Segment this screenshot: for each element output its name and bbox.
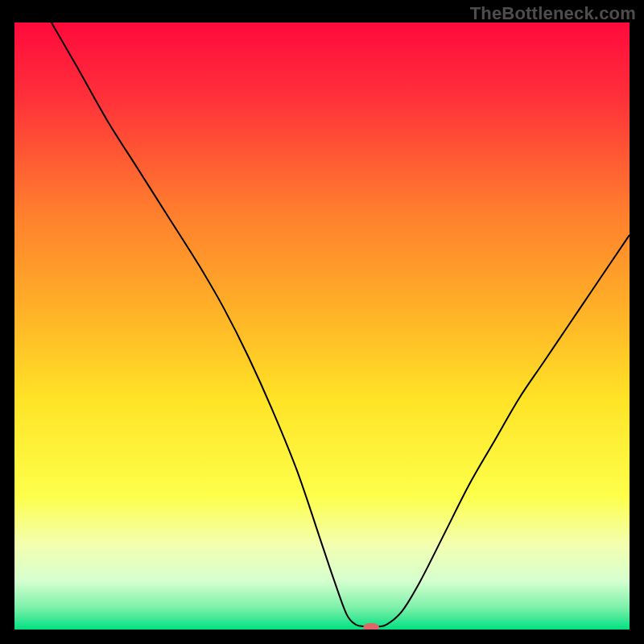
bottleneck-chart	[14, 23, 630, 630]
watermark-text: TheBottleneck.com	[470, 3, 636, 24]
chart-frame: TheBottleneck.com	[0, 0, 644, 644]
chart-background	[14, 23, 630, 630]
